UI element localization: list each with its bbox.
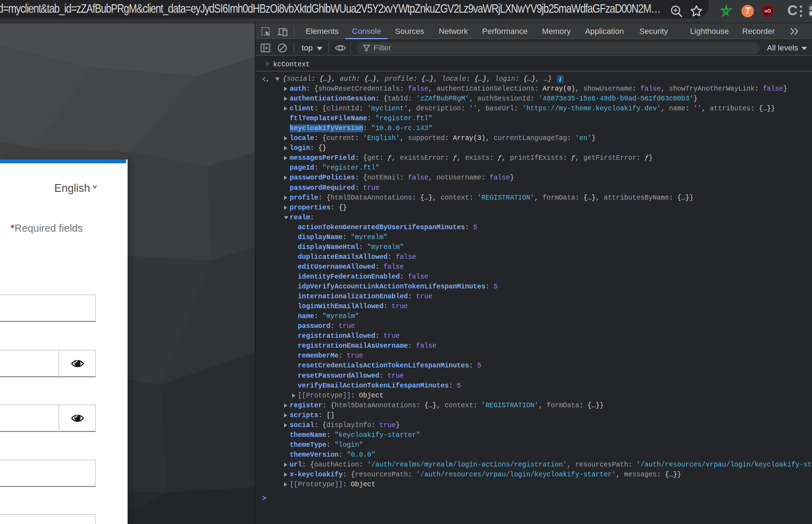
svg-text:uO: uO bbox=[764, 8, 771, 13]
